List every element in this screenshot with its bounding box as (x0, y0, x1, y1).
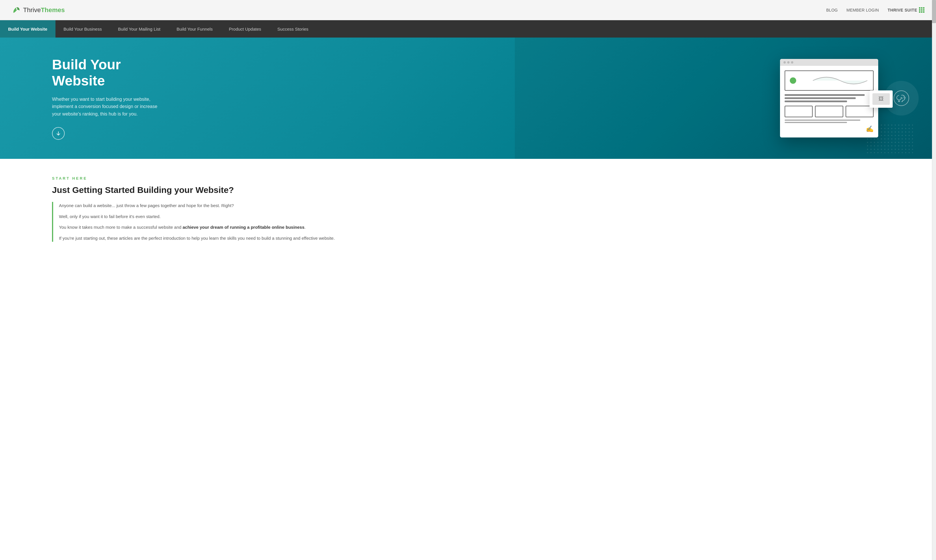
wireframe-header (785, 71, 874, 91)
scrollbar[interactable] (932, 0, 936, 263)
wireframe-wave (807, 71, 873, 90)
logo[interactable]: ThriveThemes (12, 6, 65, 15)
browser-toolbar (780, 59, 878, 66)
browser-dot-1 (784, 61, 786, 63)
wireframe-line (785, 94, 865, 96)
arrow-down-icon (56, 131, 61, 136)
nav-item-build-mailing-list[interactable]: Build Your Mailing List (110, 20, 168, 37)
member-login-link[interactable]: MEMBER LOGIN (847, 8, 879, 12)
browser-dot-3 (791, 61, 793, 63)
brain-code-icon: </> (893, 89, 910, 107)
start-here-label: START HERE (52, 176, 884, 180)
blog-link[interactable]: BLOG (826, 8, 838, 12)
section-title: Just Getting Started Building your Websi… (52, 185, 884, 195)
thrive-suite-link[interactable]: THRIVE SUITE (888, 7, 924, 13)
wireframe-card (785, 106, 813, 117)
thrive-logo-icon (12, 6, 21, 15)
browser-mockup: ✍ (780, 59, 878, 137)
wireframe-card (845, 106, 874, 117)
cursor-icon: ✍ (785, 125, 874, 133)
wireframe-circle (790, 77, 796, 84)
content-paragraph-2: Well, only if you want it to fail before… (59, 213, 884, 220)
wireframe-grid (785, 106, 874, 117)
svg-text:</>: </> (901, 96, 906, 99)
grid-icon (919, 7, 924, 13)
wireframe-footer-lines (785, 120, 874, 123)
main-content: START HERE Just Getting Started Building… (0, 159, 936, 263)
content-paragraph-3: You know it takes much more to make a su… (59, 223, 884, 231)
content-paragraph-4: If you're just starting out, these artic… (59, 234, 884, 242)
content-bordered-section: Anyone can build a website... just throw… (52, 202, 884, 242)
browser-dot-2 (787, 61, 790, 63)
logo-text: ThriveThemes (23, 6, 65, 14)
browser-body: ✍ (780, 66, 878, 137)
wireframe-footer-line (785, 120, 860, 121)
hero-content: Build Your Website Whether you want to s… (0, 57, 162, 140)
nav-item-build-funnels[interactable]: Build Your Funnels (168, 20, 221, 37)
scrollbar-thumb[interactable] (932, 0, 936, 23)
main-navigation: Build Your Website Build Your Business B… (0, 20, 936, 37)
hero-title: Build Your Website (52, 57, 162, 88)
hero-scroll-button[interactable] (52, 127, 65, 140)
top-navigation: BLOG MEMBER LOGIN THRIVE SUITE (826, 7, 924, 13)
floating-image-widget: 🖼 (870, 91, 893, 108)
bold-text: achieve your dream of running a profitab… (183, 225, 305, 229)
nav-item-build-business[interactable]: Build Your Business (55, 20, 110, 37)
nav-item-build-website[interactable]: Build Your Website (0, 20, 55, 37)
wireframe-line (785, 97, 856, 99)
wireframe-lines (785, 94, 874, 102)
nav-item-success-stories[interactable]: Success Stories (269, 20, 317, 37)
top-header: ThriveThemes BLOG MEMBER LOGIN THRIVE SU… (0, 0, 936, 20)
hero-description: Whether you want to start building your … (52, 95, 162, 118)
wireframe-card (815, 106, 843, 117)
hero-section: </> Build Your Website Whether you want … (0, 37, 936, 159)
widget-image-placeholder: 🖼 (873, 93, 890, 105)
wireframe-footer-line (785, 122, 847, 123)
content-paragraph-1: Anyone can build a website... just throw… (59, 202, 884, 209)
wireframe-line (785, 100, 847, 102)
nav-item-product-updates[interactable]: Product Updates (221, 20, 269, 37)
hero-illustration: ✍ 🖼 (780, 59, 878, 137)
